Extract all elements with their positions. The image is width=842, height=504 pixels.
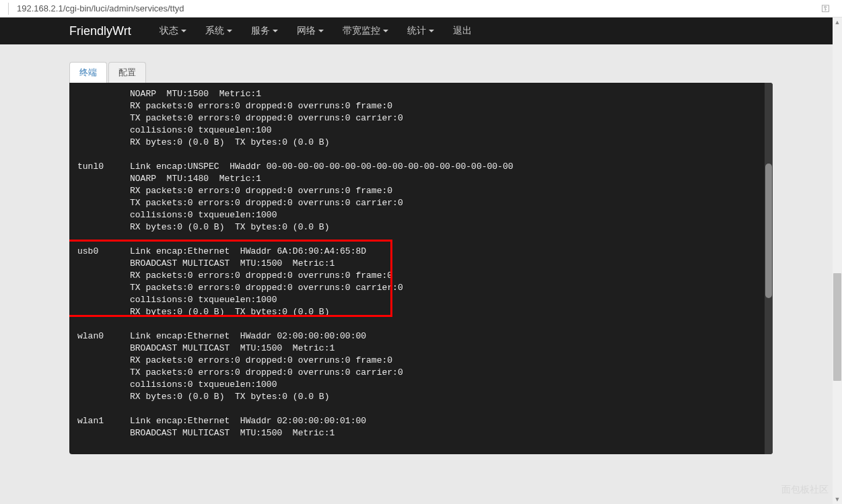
- page-scrollbar[interactable]: ▲ ▼: [833, 17, 842, 504]
- terminal-scrollbar[interactable]: [765, 83, 773, 454]
- tab-0[interactable]: 终端: [69, 62, 107, 83]
- chevron-down-icon: [227, 30, 232, 32]
- nav-item-2[interactable]: 服务: [242, 17, 287, 44]
- nav-item-3[interactable]: 网络: [287, 17, 333, 44]
- nav-item-4[interactable]: 带宽监控: [333, 17, 398, 44]
- nav-item-1[interactable]: 系统: [196, 17, 242, 44]
- chevron-down-icon: [273, 30, 278, 32]
- content: 终端配置 NOARP MTU:1500 Metric:1 RX packets:…: [69, 44, 773, 454]
- page-body: FriendlyWrt 状态系统服务网络带宽监控统计退出 终端配置 NOARP …: [0, 17, 842, 504]
- brand[interactable]: FriendlyWrt: [69, 24, 131, 38]
- chevron-down-icon: [383, 30, 388, 32]
- terminal-container: NOARP MTU:1500 Metric:1 RX packets:0 err…: [69, 83, 773, 454]
- addr-divider: [8, 3, 9, 15]
- terminal[interactable]: NOARP MTU:1500 Metric:1 RX packets:0 err…: [69, 83, 773, 454]
- nav: 状态系统服务网络带宽监控统计退出: [150, 17, 481, 44]
- page-scrollbar-thumb[interactable]: [833, 273, 841, 381]
- nav-item-5[interactable]: 统计: [398, 17, 444, 44]
- url-text: 192.168.2.1/cgi-bin/luci/admin/services/…: [17, 3, 184, 13]
- chevron-down-icon: [318, 30, 324, 32]
- chevron-down-icon: [181, 30, 186, 32]
- scroll-down-icon[interactable]: ▼: [833, 495, 842, 504]
- tabs: 终端配置: [69, 62, 773, 83]
- chevron-down-icon: [429, 30, 434, 32]
- nav-item-6[interactable]: 退出: [444, 17, 481, 44]
- nav-item-0[interactable]: 状态: [150, 17, 196, 44]
- header: FriendlyWrt 状态系统服务网络带宽监控统计退出: [0, 17, 842, 44]
- key-icon[interactable]: ⚿: [821, 3, 830, 13]
- address-bar[interactable]: 192.168.2.1/cgi-bin/luci/admin/services/…: [0, 0, 842, 17]
- terminal-scrollbar-thumb[interactable]: [765, 164, 772, 298]
- scroll-up-icon[interactable]: ▲: [833, 17, 842, 27]
- tab-1[interactable]: 配置: [108, 62, 146, 83]
